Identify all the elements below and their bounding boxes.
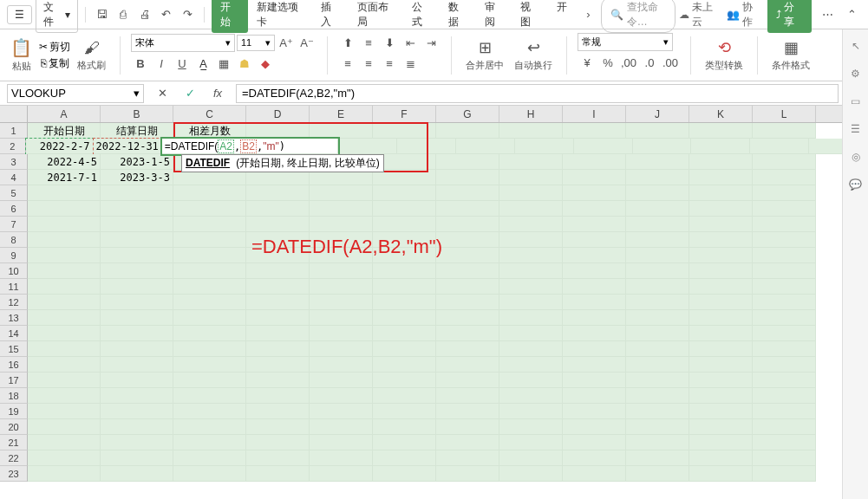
cond-format-button[interactable]: ▦ 条件格式 <box>768 36 813 74</box>
cell-H10[interactable] <box>499 263 563 279</box>
cell-K7[interactable] <box>689 217 753 232</box>
cell-K22[interactable] <box>689 450 753 466</box>
cell-A6[interactable] <box>28 201 101 217</box>
cell-I16[interactable] <box>563 357 626 373</box>
cell-K17[interactable] <box>689 373 753 388</box>
cell-B9[interactable] <box>101 248 173 263</box>
cell-A19[interactable] <box>28 404 101 419</box>
cell-K18[interactable] <box>689 388 753 404</box>
row-header-22[interactable]: 22 <box>0 450 28 466</box>
cell-C7[interactable] <box>173 217 246 232</box>
cell-C12[interactable] <box>173 295 246 310</box>
row-header-23[interactable]: 23 <box>0 466 28 482</box>
share-button[interactable]: ⤴ 分享 <box>767 0 812 33</box>
accept-formula-icon[interactable]: ✓ <box>180 84 199 103</box>
font-color-icon[interactable]: A̲ <box>193 54 212 73</box>
cell-B4[interactable]: 2023-3-3 <box>101 170 173 185</box>
row-header-14[interactable]: 14 <box>0 326 28 341</box>
cell-L16[interactable] <box>753 357 816 373</box>
cell-G10[interactable] <box>436 263 499 279</box>
tab-页面布局[interactable]: 页面布局 <box>349 0 403 33</box>
merge-center-button[interactable]: ⊞ 合并居中 <box>462 36 507 74</box>
tab-视图[interactable]: 视图 <box>512 0 548 33</box>
cell-D19[interactable] <box>246 404 310 419</box>
cell-H14[interactable] <box>499 326 563 341</box>
row-header-8[interactable]: 8 <box>0 232 28 248</box>
cell-H3[interactable] <box>499 154 563 170</box>
cell-F21[interactable] <box>373 435 436 450</box>
cell-F12[interactable] <box>373 295 436 310</box>
cell-A13[interactable] <box>28 310 101 326</box>
cell-C8[interactable] <box>173 232 246 248</box>
cell-G9[interactable] <box>436 248 499 263</box>
cell-G11[interactable] <box>436 279 499 295</box>
cell-D18[interactable] <box>246 388 310 404</box>
increase-indent-icon[interactable]: ⇥ <box>421 33 441 52</box>
cell-B8[interactable] <box>101 232 173 248</box>
row-header-17[interactable]: 17 <box>0 373 28 388</box>
cell-I20[interactable] <box>563 419 626 435</box>
cell-B5[interactable] <box>101 185 173 201</box>
cell-D16[interactable] <box>246 357 310 373</box>
cell-H1[interactable] <box>499 123 563 139</box>
col-header-F[interactable]: F <box>373 106 436 122</box>
cell-D22[interactable] <box>246 450 310 466</box>
undo-icon[interactable]: ↶ <box>158 5 176 24</box>
align-bottom-icon[interactable]: ⬇ <box>380 33 399 52</box>
cell-A4[interactable]: 2021-7-1 <box>28 170 101 185</box>
cell-J18[interactable] <box>626 388 689 404</box>
cell-H15[interactable] <box>499 341 563 357</box>
cell-G13[interactable] <box>436 310 499 326</box>
collapse-ribbon-icon[interactable]: ⌃ <box>844 5 861 24</box>
cell-B12[interactable] <box>101 295 173 310</box>
cell-D23[interactable] <box>246 466 310 482</box>
cell-K5[interactable] <box>689 185 753 201</box>
cell-B1[interactable]: 结算日期 <box>101 123 173 139</box>
cell-B20[interactable] <box>101 419 173 435</box>
cell-K10[interactable] <box>689 263 753 279</box>
cell-B3[interactable]: 2023-1-5 <box>101 154 173 170</box>
cell-F23[interactable] <box>373 466 436 482</box>
cell-K14[interactable] <box>689 326 753 341</box>
cell-B14[interactable] <box>101 326 173 341</box>
cell-L23[interactable] <box>753 466 816 482</box>
tab-公式[interactable]: 公式 <box>403 0 440 33</box>
cell-J4[interactable] <box>626 170 689 185</box>
print-preview-icon[interactable]: 🖨 <box>136 5 154 24</box>
increase-font-icon[interactable]: A⁺ <box>277 33 296 52</box>
cell-B19[interactable] <box>101 404 173 419</box>
tab-新建选项卡[interactable]: 新建选项卡 <box>248 0 312 33</box>
cell-C16[interactable] <box>173 357 246 373</box>
cell-G18[interactable] <box>436 388 499 404</box>
cell-J17[interactable] <box>626 373 689 388</box>
row-header-18[interactable]: 18 <box>0 388 28 404</box>
row-header-6[interactable]: 6 <box>0 201 28 217</box>
cell-E22[interactable] <box>310 450 373 466</box>
cell-C15[interactable] <box>173 341 246 357</box>
cell-C21[interactable] <box>173 435 246 450</box>
cell-G22[interactable] <box>436 450 499 466</box>
row-header-21[interactable]: 21 <box>0 435 28 450</box>
cell-G23[interactable] <box>436 466 499 482</box>
justify-icon[interactable]: ≣ <box>401 54 420 73</box>
cell-K1[interactable] <box>689 123 753 139</box>
col-header-D[interactable]: D <box>246 106 310 122</box>
cell-G20[interactable] <box>436 419 499 435</box>
wrap-text-button[interactable]: ↩ 自动换行 <box>511 36 556 74</box>
cell-J19[interactable] <box>626 404 689 419</box>
cell-K21[interactable] <box>689 435 753 450</box>
cell-L15[interactable] <box>753 341 816 357</box>
cell-I18[interactable] <box>563 388 626 404</box>
cell-K3[interactable] <box>689 154 753 170</box>
cell-A23[interactable] <box>28 466 101 482</box>
cell-E16[interactable] <box>310 357 373 373</box>
cell-F10[interactable] <box>373 263 436 279</box>
cell-H2[interactable] <box>574 139 633 154</box>
cell-L3[interactable] <box>753 154 816 170</box>
format-painter-button[interactable]: 🖌 格式刷 <box>74 37 109 74</box>
align-center-icon[interactable]: ≡ <box>359 54 378 73</box>
row-header-3[interactable]: 3 <box>0 154 28 170</box>
cloud-status[interactable]: ☁ 未上云 <box>679 0 720 29</box>
cell-F1[interactable] <box>373 123 436 139</box>
cell-E19[interactable] <box>310 404 373 419</box>
